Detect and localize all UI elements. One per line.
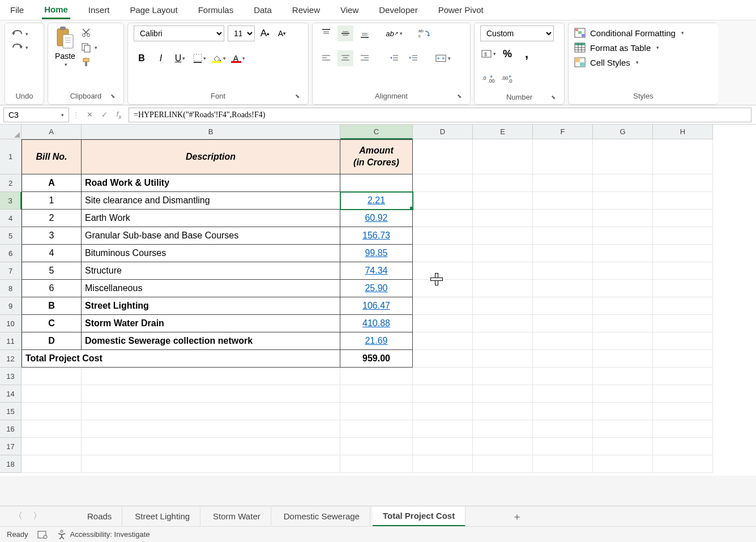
menu-formulas[interactable]: Formulas: [196, 2, 236, 18]
cell-G2[interactable]: [593, 174, 653, 192]
cell-C16[interactable]: [340, 420, 413, 438]
cell-D3[interactable]: [413, 192, 473, 210]
cell-D12[interactable]: [413, 350, 473, 368]
cell-D8[interactable]: [413, 280, 473, 297]
bold-button[interactable]: B: [134, 50, 150, 66]
cell-D2[interactable]: [413, 174, 473, 192]
menu-insert[interactable]: Insert: [86, 2, 112, 18]
sheet-tab-roads[interactable]: Roads: [77, 507, 122, 526]
cell-G10[interactable]: [593, 315, 653, 332]
cell-A3[interactable]: 1: [22, 192, 82, 210]
tab-nav-prev[interactable]: 〈: [14, 510, 23, 522]
cell-G14[interactable]: [593, 385, 653, 403]
formula-input[interactable]: [129, 108, 751, 122]
cell-A15[interactable]: [22, 403, 82, 420]
cell-D10[interactable]: [413, 315, 473, 332]
cell-G1[interactable]: [593, 139, 653, 174]
menu-review[interactable]: Review: [290, 2, 322, 18]
align-center-button[interactable]: [338, 50, 353, 66]
cell-B11[interactable]: Domestic Sewerage collection network: [82, 332, 340, 350]
font-name-select[interactable]: Calibri: [134, 25, 224, 41]
cell-A6[interactable]: 4: [22, 245, 82, 262]
cell-C7[interactable]: 74.34: [340, 262, 413, 280]
decrease-indent-button[interactable]: [386, 50, 402, 66]
cell-G18[interactable]: [593, 455, 653, 473]
cancel-formula-button[interactable]: ✕: [83, 109, 96, 121]
cell-H17[interactable]: [653, 438, 713, 455]
cell-A8[interactable]: 6: [22, 280, 82, 297]
cell-C8[interactable]: 25.90: [340, 280, 413, 297]
row-header-12[interactable]: 12: [0, 350, 22, 368]
cell-H2[interactable]: [653, 174, 713, 192]
cell-total-label[interactable]: Total Project Cost: [22, 350, 340, 368]
cell-G15[interactable]: [593, 403, 653, 420]
cell-A11[interactable]: D: [22, 332, 82, 350]
cell-E16[interactable]: [473, 420, 533, 438]
cell-D7[interactable]: [413, 262, 473, 280]
dialog-launcher-icon[interactable]: ⬊: [109, 93, 117, 101]
cell-F6[interactable]: [533, 245, 593, 262]
row-header-4[interactable]: 4: [0, 210, 22, 227]
col-header-G[interactable]: G: [593, 125, 653, 139]
sheet-tab-total-project-cost[interactable]: Total Project Cost: [373, 506, 465, 527]
cell-E4[interactable]: [473, 210, 533, 227]
cell-H6[interactable]: [653, 245, 713, 262]
cell-C2[interactable]: [340, 174, 413, 192]
row-header-11[interactable]: 11: [0, 332, 22, 350]
cell-C6[interactable]: 99.85: [340, 245, 413, 262]
border-button[interactable]: ▾: [191, 50, 207, 66]
cell-F8[interactable]: [533, 280, 593, 297]
cell-A18[interactable]: [22, 455, 82, 473]
new-sheet-button[interactable]: ＋: [504, 506, 530, 527]
row-header-14[interactable]: 14: [0, 385, 22, 403]
sheet-tab-domestic-sewerage[interactable]: Domestic Sewerage: [274, 507, 370, 526]
cell-F11[interactable]: [533, 332, 593, 350]
cell-G13[interactable]: [593, 368, 653, 385]
sheet-tab-street-lighting[interactable]: Street Lighting: [125, 507, 200, 526]
cell-F10[interactable]: [533, 315, 593, 332]
cell-F17[interactable]: [533, 438, 593, 455]
cell-A13[interactable]: [22, 368, 82, 385]
cell-A4[interactable]: 2: [22, 210, 82, 227]
cell-B16[interactable]: [82, 420, 340, 438]
cell-B7[interactable]: Structure: [82, 262, 340, 280]
cell-D11[interactable]: [413, 332, 473, 350]
cell-F3[interactable]: [533, 192, 593, 210]
fill-color-button[interactable]: ▾: [211, 50, 227, 66]
col-header-A[interactable]: A: [22, 125, 82, 139]
cell-F2[interactable]: [533, 174, 593, 192]
cell-E6[interactable]: [473, 245, 533, 262]
undo-button[interactable]: ▾: [11, 29, 28, 39]
align-middle-button[interactable]: [338, 25, 353, 41]
format-as-table-button[interactable]: Format as Table▾: [574, 42, 684, 53]
cell-F9[interactable]: [533, 297, 593, 315]
cell-G4[interactable]: [593, 210, 653, 227]
cell-D13[interactable]: [413, 368, 473, 385]
accounting-format-button[interactable]: $▾: [480, 46, 496, 62]
cell-B17[interactable]: [82, 438, 340, 455]
underline-button[interactable]: U▾: [172, 50, 188, 66]
cell-F18[interactable]: [533, 455, 593, 473]
cell-H16[interactable]: [653, 420, 713, 438]
cell-G8[interactable]: [593, 280, 653, 297]
row-header-13[interactable]: 13: [0, 368, 22, 385]
cell-F12[interactable]: [533, 350, 593, 368]
cell-B6[interactable]: Bituminous Courses: [82, 245, 340, 262]
cell-B10[interactable]: Storm Water Drain: [82, 315, 340, 332]
cell-A5[interactable]: 3: [22, 227, 82, 245]
col-header-B[interactable]: B: [82, 125, 340, 139]
insert-function-button[interactable]: fx: [113, 109, 125, 121]
cell-H3[interactable]: [653, 192, 713, 210]
row-header-5[interactable]: 5: [0, 227, 22, 245]
row-header-16[interactable]: 16: [0, 420, 22, 438]
cell-H4[interactable]: [653, 210, 713, 227]
align-top-button[interactable]: [318, 25, 334, 41]
cell-E3[interactable]: [473, 192, 533, 210]
row-header-2[interactable]: 2: [0, 174, 22, 192]
cell-F7[interactable]: [533, 262, 593, 280]
merge-center-button[interactable]: ▾: [435, 50, 451, 66]
row-header-15[interactable]: 15: [0, 403, 22, 420]
cell-C18[interactable]: [340, 455, 413, 473]
cell-E9[interactable]: [473, 297, 533, 315]
cell-B8[interactable]: Miscellaneous: [82, 280, 340, 297]
